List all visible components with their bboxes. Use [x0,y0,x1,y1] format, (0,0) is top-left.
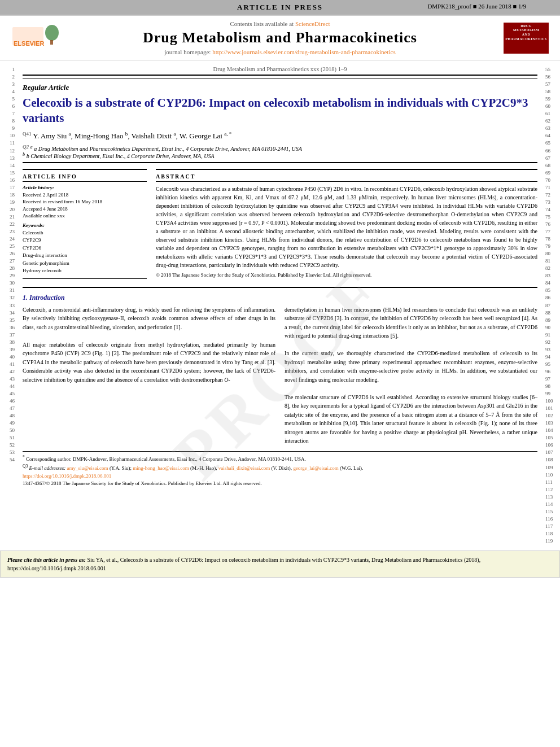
abstract-text: Celecoxib was characterized as a substra… [156,185,537,269]
divider-after-affiliations [23,162,537,163]
q41-label: Q41 [23,131,32,137]
intro-para-2: All major metabolites of celecoxib origi… [23,340,275,385]
sciencedirect-link[interactable]: ScienceDirect [295,20,330,27]
abstract-column: ABSTRACT Celecoxib was characterized as … [156,169,537,281]
doi-line: Drug Metabolism and Pharmacokinetics xxx… [213,66,347,72]
article-title: Celecoxib is a substrate of CYP2D6: Impa… [23,95,537,126]
line-numbers-left: 123 456 789 101112 131415 161718 192021 … [0,60,17,545]
banner-title: ARTICLE IN PRESS [237,3,323,11]
article-in-press-banner: ARTICLE IN PRESS DMPK218_proof ■ 26 June… [0,0,560,15]
footnote-area: * Corresponding author. DMPK-Andover, Bi… [23,451,537,488]
email-lai[interactable]: george_lai@eisai.com [293,465,338,471]
corresponding-footnote: * Corresponding author. DMPK-Andover, Bi… [23,454,537,464]
article-info-title: ARTICLE INFO [23,173,147,182]
accepted-date: Accepted 4 June 2018 [23,206,147,213]
intro-para-1: Celecoxib, a nonsteroidal anti-inflammat… [23,305,275,332]
abstract-title: ABSTRACT [156,173,537,182]
authors-line: Q41 Y. Amy Siu a, Ming-Hong Hao b, Vaish… [23,131,537,141]
article-info-abstract-section: ARTICLE INFO Article history: Received 2… [23,169,537,281]
received-date: Received 2 April 2018 [23,191,147,199]
body-col-right: demethylation in human liver microsomes … [285,305,537,445]
body-columns: Celecoxib, a nonsteroidal anti-inflammat… [23,305,537,445]
line-numbers-right: 555657 585960 616263 646566 676869 70717… [543,60,560,545]
intro-para-right-1: demethylation in human liver microsomes … [285,305,537,340]
email-hao[interactable]: ming-hong_hao@eisai.com [133,465,189,471]
issn-line: 1347-4367/© 2018 The Japanese Society fo… [23,480,537,488]
corresponding-label: Corresponding author. DMPK-Andover, Biop… [26,456,306,462]
svg-rect-3 [50,40,53,45]
main-content: Drug Metabolism and Pharmacokinetics xxx… [17,60,543,545]
svg-point-2 [45,25,59,41]
intro-para-right-3: The molecular structure of CYP2D6 is wel… [285,393,537,445]
abstract-box: ABSTRACT Celecoxib was characterized as … [156,169,537,281]
page-wrapper: 123 456 789 101112 131415 161718 192021 … [0,60,560,545]
history-label: Article history: [23,185,147,190]
body-col-left: Celecoxib, a nonsteroidal anti-inflammat… [23,305,275,445]
doi-link: https://doi.org/10.1016/j.dmpk.2018.06.0… [23,473,537,480]
divider-thin [23,78,537,78]
homepage-url[interactable]: http://www.journals.elsevier.com/drug-me… [212,49,396,55]
journal-ref-line: Drug Metabolism and Pharmacokinetics xxx… [23,66,537,72]
divider-thick-top [23,75,537,76]
intro-para-right-2: In the current study, we thoroughly char… [285,349,537,384]
revised-date: Received in revised form 16 May 2018 [23,198,147,206]
article-info-box: ARTICLE INFO Article history: Received 2… [23,169,147,279]
affiliations: Q2 a a Drug Metabolism and Pharmacokinet… [23,144,537,160]
article-info-column: ARTICLE INFO Article history: Received 2… [23,169,147,281]
available-online: Available online xxx [23,212,147,220]
email-siu[interactable]: amy_siu@eisai.com [67,465,108,471]
copyright-line: © 2018 The Japanese Society for the Stud… [156,272,537,278]
sciencedirect-line: Contents lists available at ScienceDirec… [62,20,498,27]
email-dixit[interactable]: vaishali_dixit@eisai.com [218,465,270,471]
keywords-list: Celecoxib CYP2C9 CYP2D6 Drug-drug intera… [23,229,147,275]
citation-prefix: Please cite this article in press as: [7,557,86,563]
q3-footnote: Q3 E-mail addresses: amy_siu@eisai.com (… [23,463,537,473]
divider-after-abstract [23,287,537,288]
elsevier-logo: ELSEVIER [11,24,62,52]
bottom-citation-bar: Please cite this article in press as: Si… [0,551,560,578]
svg-text:ELSEVIER: ELSEVIER [14,40,44,47]
doi-anchor[interactable]: https://doi.org/10.1016/j.dmpk.2018.06.0… [23,473,111,479]
journal-homepage: journal homepage: http://www.journals.el… [62,49,498,55]
keywords-label: Keywords: [23,222,147,228]
introduction-heading: 1. Introduction [23,294,537,302]
drug-metabolism-logo: DRUGMETABOLISMANDPHARMACOKINETICS [504,23,549,54]
q2-label: Q2 [23,144,29,150]
journal-logo-right: DRUGMETABOLISMANDPHARMACOKINETICS [498,23,549,54]
journal-header-center: Contents lists available at ScienceDirec… [62,20,498,55]
article-type: Regular Article [23,83,537,92]
journal-header: ELSEVIER Contents lists available at Sci… [0,15,560,60]
proof-info: DMPK218_proof ■ 26 June 2018 ■ 1/9 [427,3,526,10]
journal-title: Drug Metabolism and Pharmacokinetics [62,29,498,46]
